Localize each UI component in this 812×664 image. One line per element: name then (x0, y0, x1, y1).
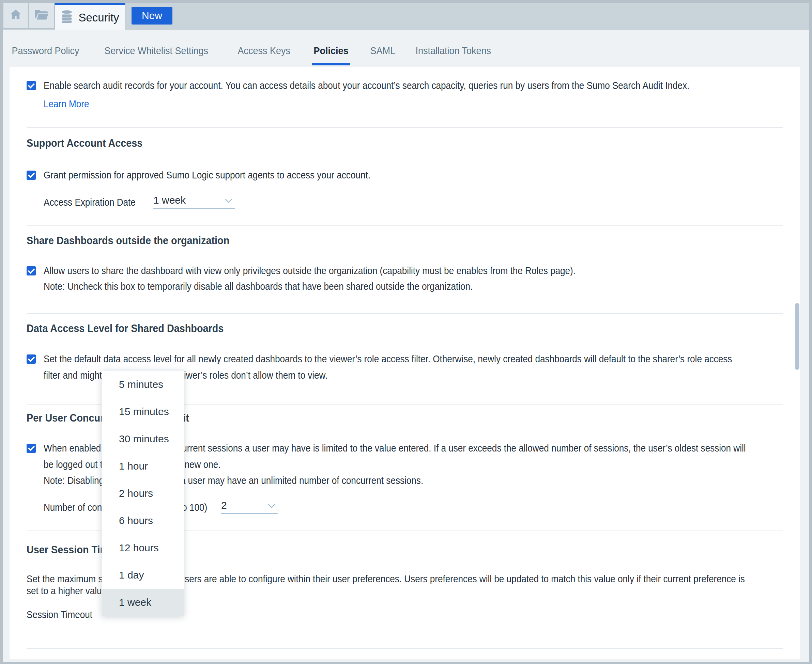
share-dashboards-checkbox[interactable] (26, 266, 36, 275)
dropdown-option-6-hours[interactable]: 6 hours (102, 507, 184, 534)
dropdown-option-2-hours[interactable]: 2 hours (102, 480, 184, 507)
new-button[interactable]: New (132, 7, 173, 24)
top-tab-bar: Security New (3, 3, 809, 30)
session-limit-checkbox[interactable] (26, 444, 36, 453)
dropdown-option-1-week[interactable]: 1 week (102, 589, 184, 616)
search-audit-checkbox[interactable] (26, 81, 36, 90)
database-icon (61, 10, 73, 25)
folder-icon (33, 8, 49, 23)
access-expiration-select[interactable]: 1 week (153, 194, 235, 209)
dropdown-option-12-hours[interactable]: 12 hours (102, 534, 184, 561)
nav-installation-tokens[interactable]: Installation Tokens (408, 45, 499, 57)
data-access-line2: filter and might show data that the viwe… (44, 369, 328, 381)
nav-access-keys[interactable]: Access Keys (230, 45, 298, 57)
support-account-access-heading: Support Account Access (26, 137, 142, 150)
divider (26, 127, 783, 128)
support-access-label: Grant permission for approved Sumo Logic… (44, 169, 370, 181)
share-dashboards-note: Note: Uncheck this box to temporarily di… (44, 281, 473, 292)
home-tab[interactable] (3, 3, 29, 29)
data-access-level-heading: Data Access Level for Shared Dashboards (26, 322, 223, 335)
access-expiration-value: 1 week (153, 194, 186, 206)
data-access-line1: Set the default data access level for al… (44, 353, 732, 365)
search-audit-label: Enable search audit records for your acc… (44, 80, 689, 91)
home-icon (8, 8, 23, 23)
dropdown-option-30-minutes[interactable]: 30 minutes (102, 425, 184, 452)
learn-more-link[interactable]: Learn More (44, 98, 89, 110)
nav-policies[interactable]: Policies (306, 45, 356, 57)
tab-security-label: Security (78, 11, 119, 24)
session-timeout-field-label: Session Timeout (26, 609, 92, 620)
session-timeout-para2: set to a higher value. (26, 585, 109, 597)
divider (26, 225, 783, 226)
dropdown-option-15-minutes[interactable]: 15 minutes (102, 398, 184, 425)
tab-security[interactable]: Security (54, 3, 126, 30)
divider (26, 648, 783, 649)
access-expiration-date-label: Access Expiration Date (44, 197, 135, 208)
dropdown-option-5-minutes[interactable]: 5 minutes (102, 371, 184, 398)
nav-saml[interactable]: SAML (362, 45, 403, 57)
nav-service-whitelist-settings[interactable]: Service Whitelist Settings (96, 45, 216, 57)
folder-tab[interactable] (29, 3, 54, 29)
session-limit-note: Note: Disabling this setting means a use… (44, 475, 423, 486)
concurrent-sessions-select[interactable]: 2 (221, 498, 278, 514)
support-access-checkbox[interactable] (26, 171, 36, 180)
app-window: Security New Password Policy Service Whi… (3, 3, 809, 662)
dropdown-option-1-day[interactable]: 1 day (102, 561, 184, 589)
share-dashboards-line1: Allow users to share the dashboard with … (44, 265, 576, 277)
chevron-down-icon (225, 198, 232, 204)
settings-nav: Password Policy Service Whitelist Settin… (3, 30, 809, 67)
divider (26, 313, 783, 314)
data-access-checkbox[interactable] (26, 355, 36, 364)
nav-password-policy[interactable]: Password Policy (4, 45, 87, 57)
vertical-scrollbar-thumb[interactable] (795, 303, 799, 370)
chevron-down-icon (268, 503, 276, 509)
share-dashboards-heading: Share Dashboards outside the organizatio… (26, 234, 229, 247)
concurrent-sessions-value: 2 (221, 500, 227, 511)
session-timeout-dropdown: 5 minutes 15 minutes 30 minutes 1 hour 2… (101, 371, 184, 616)
dropdown-option-1-hour[interactable]: 1 hour (102, 452, 184, 480)
